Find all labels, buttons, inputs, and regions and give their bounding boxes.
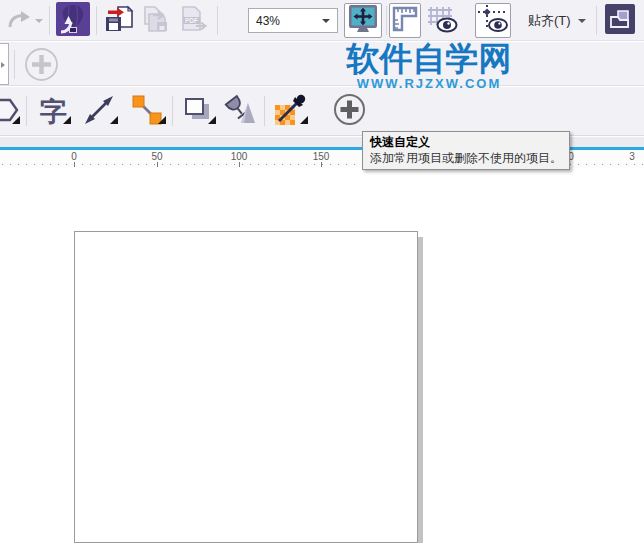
separator <box>49 6 50 35</box>
separator <box>96 6 97 35</box>
options-button[interactable] <box>603 4 637 38</box>
redo-icon <box>6 7 32 35</box>
separator <box>14 50 15 79</box>
guidelines-toggle-button[interactable] <box>475 3 511 38</box>
color-eyedropper-tool-icon <box>273 93 307 131</box>
pan-screen-button[interactable] <box>344 3 382 38</box>
separator <box>26 96 27 126</box>
export-icon <box>141 4 171 38</box>
ruler-major-tick <box>321 162 322 167</box>
toolbox-bar: 字 <box>0 87 644 136</box>
redo-dropdown-caret-icon[interactable] <box>35 19 43 23</box>
polygon-tool-icon <box>0 94 20 130</box>
document-page[interactable] <box>74 231 418 543</box>
dimension-tool-button[interactable] <box>79 87 119 136</box>
snap-dropdown-caret-icon <box>578 19 586 23</box>
flyout-arrow-icon[interactable] <box>158 116 166 124</box>
transparency-tool-button[interactable] <box>218 87 260 136</box>
text-tool-button[interactable]: 字 <box>34 87 72 136</box>
page-shadow <box>418 237 423 543</box>
flyout-arrow-icon[interactable] <box>300 116 308 124</box>
quick-customize-plus-icon <box>333 93 366 130</box>
quick-customize-tooltip: 快速自定义 添加常用项目或删除不使用的项目。 <box>362 131 570 170</box>
drop-shadow-tool-button[interactable] <box>179 87 217 136</box>
options-icon <box>604 3 636 39</box>
app-window: PDF 43% <box>0 0 644 543</box>
separator <box>217 6 218 35</box>
svg-text:PDF: PDF <box>185 17 198 24</box>
ruler-label: 50 <box>151 151 162 162</box>
separator <box>596 6 597 35</box>
transparency-tool-icon <box>221 93 257 131</box>
snap-to-label: 贴齐(T) <box>528 12 571 30</box>
connector-tool-button[interactable] <box>127 87 167 136</box>
export-button[interactable] <box>139 5 173 37</box>
flyout-arrow-icon[interactable] <box>110 116 118 124</box>
publish-pdf-icon: PDF <box>178 4 208 38</box>
grid-toggle-button[interactable] <box>425 3 461 38</box>
ruler-major-tick <box>157 162 158 167</box>
property-bar <box>0 42 644 86</box>
ruler-label: 100 <box>231 151 248 162</box>
import-button[interactable] <box>102 5 136 37</box>
application-launcher-button[interactable] <box>55 3 91 39</box>
separator <box>386 6 387 35</box>
guidelines-toggle-icon <box>477 4 509 38</box>
snap-to-dropdown[interactable]: 贴齐(T) <box>528 0 586 41</box>
ruler-major-tick <box>239 162 240 167</box>
ruler-label: 3 <box>629 151 635 162</box>
flyout-arrow-icon[interactable] <box>12 116 20 124</box>
dimension-tool-icon <box>83 94 115 130</box>
clipped-control[interactable] <box>0 43 9 85</box>
grid-toggle-icon <box>427 4 459 38</box>
quick-customize-propertybar-button[interactable] <box>24 47 59 86</box>
ruler-label: 150 <box>313 151 330 162</box>
color-eyedropper-tool-button[interactable] <box>271 87 309 136</box>
standard-toolbar: PDF 43% <box>0 0 644 41</box>
flyout-arrow-icon[interactable] <box>208 116 216 124</box>
zoom-level-combo[interactable]: 43% <box>248 8 338 33</box>
zoom-level-value: 43% <box>249 14 322 28</box>
import-icon <box>104 4 134 38</box>
separator <box>172 96 173 126</box>
separator <box>264 96 265 126</box>
tooltip-description: 添加常用项目或删除不使用的项目。 <box>370 150 562 166</box>
flyout-arrow-icon[interactable] <box>63 116 71 124</box>
quick-customize-toolbox-button[interactable] <box>332 87 366 136</box>
tooltip-title: 快速自定义 <box>370 134 562 150</box>
ruler-major-tick <box>74 162 75 167</box>
publish-pdf-button[interactable]: PDF <box>176 5 210 37</box>
zoom-dropdown-caret-icon[interactable] <box>322 19 330 23</box>
clipped-caret-icon <box>1 62 5 68</box>
app-balloon-icon <box>56 2 90 40</box>
pan-screen-icon <box>347 3 379 39</box>
redo-button[interactable] <box>2 8 46 34</box>
shape-tool-button[interactable] <box>0 87 21 136</box>
rulers-toggle-button[interactable] <box>389 3 421 38</box>
ruler-label: 0 <box>71 151 77 162</box>
quick-customize-plus-icon <box>24 68 59 85</box>
connector-tool-icon <box>131 94 163 130</box>
drop-shadow-tool-icon <box>181 94 215 130</box>
drawing-canvas[interactable] <box>0 168 644 543</box>
rulers-toggle-icon <box>391 5 419 37</box>
